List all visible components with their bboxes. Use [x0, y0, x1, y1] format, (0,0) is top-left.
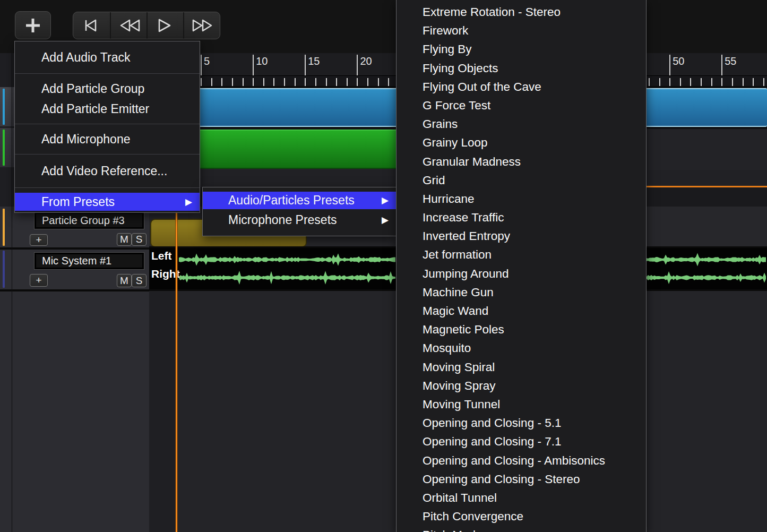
ruler-major-tick — [201, 55, 202, 75]
preset-item[interactable]: Flying By — [397, 40, 646, 58]
ruler-minor-tick — [273, 78, 274, 86]
preset-item[interactable]: Increase Traffic — [397, 208, 646, 227]
preset-item[interactable]: Grains — [397, 115, 646, 133]
rewind-button[interactable] — [110, 12, 146, 39]
waveform-shape — [179, 253, 395, 265]
fast-forward-button[interactable] — [183, 12, 220, 39]
preset-item[interactable]: Hurricane — [397, 190, 646, 208]
waveform-right-channel[interactable] — [647, 269, 767, 286]
preset-item[interactable]: Pitch Convergence — [397, 507, 646, 526]
ruler-minor-tick — [263, 78, 264, 86]
waveform-shape — [647, 253, 766, 267]
menu-item-add-microphone[interactable]: Add Microphone — [15, 130, 200, 148]
ruler-minor-tick — [284, 78, 285, 86]
ruler-minor-tick — [336, 78, 337, 86]
preset-item[interactable]: Grainy Loop — [397, 133, 646, 152]
waveform-shape — [647, 271, 766, 284]
channel-label-left: Left — [151, 250, 172, 262]
add-track-button[interactable] — [15, 11, 51, 39]
solo-button[interactable]: S — [132, 274, 146, 287]
preset-item[interactable]: Firework — [397, 21, 646, 40]
ruler-minor-tick — [659, 78, 660, 86]
submenu-arrow-icon: ▶ — [382, 214, 389, 226]
menu-item-label: Add Particle Emitter — [41, 102, 149, 116]
submenu-item-microphone-presets[interactable]: Microphone Presets▶ — [203, 211, 396, 229]
ruler-minor-tick — [701, 78, 702, 86]
ruler-minor-tick — [347, 78, 348, 86]
transport-bar — [73, 12, 220, 39]
waveform-shape — [179, 271, 395, 285]
add-mic-button[interactable]: + — [30, 274, 48, 287]
submenu-item-audio-particles-presets[interactable]: Audio/Particles Presets▶ — [203, 192, 396, 209]
waveform-left-channel[interactable] — [179, 251, 395, 268]
preset-item[interactable]: Moving Spiral — [397, 358, 646, 376]
ruler-minor-tick — [211, 78, 212, 86]
preset-item[interactable]: Magic Wand — [397, 302, 646, 320]
skip-to-start-icon — [79, 17, 105, 34]
menu-item-add-particle-group[interactable]: Add Particle Group — [15, 79, 200, 99]
preset-item[interactable]: Grid — [397, 171, 646, 190]
preset-item[interactable]: Moving Tunnel — [397, 395, 646, 414]
playhead[interactable] — [176, 212, 177, 532]
menu-group: Add Particle GroupAdd Particle Emitter — [15, 74, 200, 124]
preset-item[interactable]: Opening and Closing - 7.1 — [397, 432, 646, 451]
ruler-label: 55 — [725, 55, 736, 67]
ruler-minor-tick — [690, 78, 691, 86]
ruler-minor-tick — [357, 78, 358, 86]
skip-to-start-button[interactable] — [73, 12, 110, 39]
preset-item[interactable]: Opening and Closing - Stereo — [397, 470, 646, 488]
menu-item-from-presets[interactable]: From Presets▶ — [15, 193, 200, 211]
menu-group: From Presets▶ — [15, 188, 200, 216]
menu-item-add-audio-track[interactable]: Add Audio Track — [15, 48, 200, 66]
play-button[interactable] — [146, 12, 183, 39]
ruler-minor-tick — [243, 78, 244, 86]
ruler-minor-tick — [253, 78, 254, 86]
menu-group: Add Audio Track — [15, 41, 200, 73]
ruler-label: 10 — [256, 55, 268, 67]
rewind-icon — [116, 17, 142, 34]
mic-name-field[interactable]: Mic System #1 — [34, 252, 144, 270]
preset-item-partial[interactable]: Pitch Madness — [397, 526, 646, 532]
mute-button[interactable]: M — [117, 274, 132, 287]
preset-item[interactable]: Granular Madness — [397, 152, 646, 171]
preset-item[interactable]: Machine Gun — [397, 283, 646, 302]
ruler-minor-tick — [315, 78, 316, 86]
menu-item-add-video-reference[interactable]: Add Video Reference... — [15, 162, 200, 180]
preset-item[interactable]: Inverted Entropy — [397, 227, 646, 245]
ruler-minor-tick — [326, 78, 327, 86]
fast-forward-icon — [189, 17, 216, 34]
waveform-left-channel[interactable] — [647, 251, 767, 268]
track-color-strip-amber — [3, 209, 5, 246]
ruler-minor-tick — [649, 78, 650, 86]
ruler-minor-tick — [680, 78, 681, 86]
preset-item[interactable]: Extreme Rotation - Stereo — [397, 3, 646, 21]
solo-button[interactable]: S — [132, 233, 146, 246]
ruler-minor-tick — [221, 78, 222, 86]
menu-item-add-particle-emitter[interactable]: Add Particle Emitter — [15, 99, 200, 119]
menu-item-label: From Presets — [41, 195, 115, 209]
mute-button[interactable]: M — [117, 233, 132, 246]
ruler-minor-tick — [378, 78, 379, 86]
add-context-menu: Add Audio TrackAdd Particle GroupAdd Par… — [14, 41, 200, 213]
preset-item[interactable]: Opening and Closing - Ambisonics — [397, 451, 646, 470]
preset-item[interactable]: Jet formation — [397, 245, 646, 264]
submenu-item-label: Microphone Presets — [228, 213, 337, 227]
preset-item[interactable]: Moving Spray — [397, 376, 646, 395]
preset-item[interactable]: Orbital Tunnel — [397, 488, 646, 507]
add-emitter-button[interactable]: + — [30, 234, 48, 246]
waveform-right-channel[interactable] — [179, 269, 395, 286]
timeline-lower-left-band — [149, 291, 177, 532]
preset-item[interactable]: Jumping Around — [397, 264, 646, 283]
ruler-minor-tick — [732, 78, 733, 86]
preset-item[interactable]: Magnetic Poles — [397, 320, 646, 339]
preset-item[interactable]: G Force Test — [397, 96, 646, 115]
preset-item[interactable]: Flying Objects — [397, 59, 646, 78]
preset-item[interactable]: Flying Out of the Cave — [397, 78, 646, 96]
ruler-minor-tick — [201, 78, 202, 86]
preset-item[interactable]: Opening and Closing - 5.1 — [397, 414, 646, 432]
app-window: Particle Group #3 + M S Mic System #1 + … — [0, 0, 767, 532]
menu-item-label: Add Audio Track — [41, 50, 131, 65]
ruler-major-tick — [357, 55, 358, 75]
preset-item[interactable]: Mosquito — [397, 339, 646, 357]
ruler-minor-tick — [721, 78, 722, 86]
